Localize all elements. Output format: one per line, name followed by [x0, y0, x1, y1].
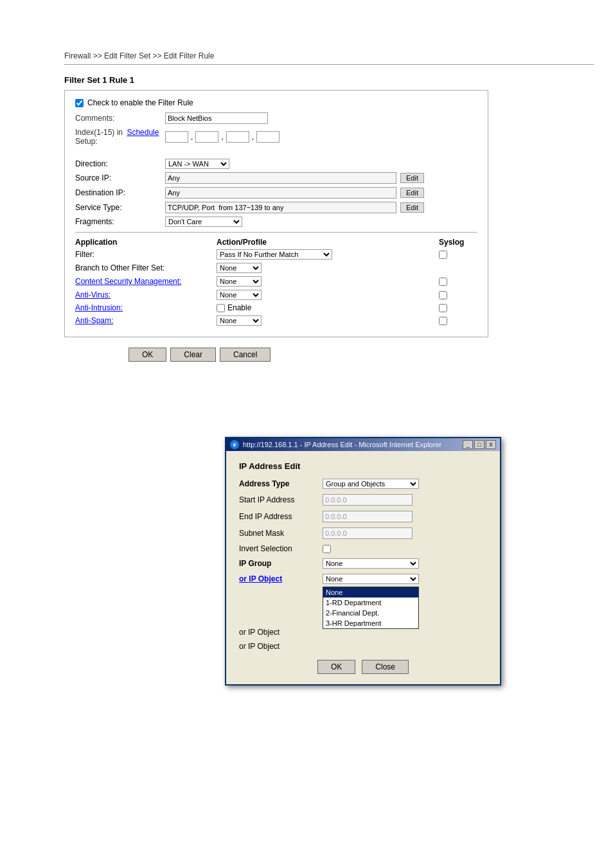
buttons-row: OK Clear Cancel [129, 348, 594, 362]
antispam-link[interactable]: Anti-Spam: [75, 316, 113, 325]
csm-link[interactable]: Content Security Management: [75, 277, 181, 286]
comments-row: Comments: [75, 112, 477, 124]
source-ip-row: Source IP: Edit [75, 172, 477, 184]
filter-action: Pass If No Further Match Block Immediate… [217, 249, 439, 260]
dest-ip-label: Destination IP: [75, 188, 165, 197]
anti-intrusion-checkbox[interactable] [217, 304, 225, 312]
anti-intrusion-row: Anti-Intrusion: Enable [75, 303, 477, 312]
antispam-action: None [217, 315, 439, 326]
schedule-input-3[interactable] [226, 131, 249, 143]
enable-row: Check to enable the Filter Rule [75, 98, 477, 107]
service-type-edit-button[interactable]: Edit [400, 202, 424, 213]
service-type-label: Service Type: [75, 203, 165, 212]
filter-label: Filter: [75, 250, 217, 259]
action-profile-header: Action/Profile [217, 238, 439, 247]
schedule-row: Index(1-15) in Schedule Setup: , , , [75, 128, 477, 146]
antispam-syslog-checkbox[interactable] [439, 317, 447, 325]
dest-ip-value: Edit [165, 187, 477, 199]
service-type-value: Edit [165, 202, 477, 213]
schedule-label: Index(1-15) in Schedule Setup: [75, 128, 165, 146]
fragments-value: Don't Care Unfragmented Too Short Fragme… [165, 217, 477, 227]
breadcrumb: Firewall >> Edit Filter Set >> Edit Filt… [64, 51, 594, 65]
syslog-header: Syslog [439, 238, 477, 247]
section-title: Filter Set 1 Rule 1 [64, 75, 594, 85]
schedule-inputs: , , , [165, 131, 477, 143]
antivirus-label: Anti-Virus: [75, 290, 217, 299]
dest-ip-row: Destination IP: Edit [75, 187, 477, 199]
clear-button[interactable]: Clear [170, 348, 216, 362]
csm-action: None [217, 276, 439, 287]
comments-value [165, 112, 477, 124]
antivirus-action: None [217, 290, 439, 300]
filter-syslog [439, 251, 477, 259]
schedule-input-4[interactable] [256, 131, 280, 143]
cancel-button[interactable]: Cancel [220, 348, 271, 362]
comments-label: Comments: [75, 114, 165, 123]
branch-action: None [217, 263, 439, 273]
comments-input[interactable] [165, 112, 268, 124]
app-header-row: Application Action/Profile Syslog [75, 238, 477, 247]
anti-intrusion-action: Enable [217, 303, 439, 312]
antivirus-link[interactable]: Anti-Virus: [75, 290, 111, 299]
schedule-input-2[interactable] [195, 131, 218, 143]
direction-select[interactable]: LAN -> WAN WAN -> LAN LAN -> LAN WAN -> … [165, 159, 229, 169]
schedule-input-1[interactable] [165, 131, 188, 143]
csm-row: Content Security Management: None [75, 276, 477, 287]
ok-button[interactable]: OK [129, 348, 166, 362]
antispam-select[interactable]: None [217, 315, 262, 326]
antivirus-row: Anti-Virus: None [75, 290, 477, 300]
filter-row: Filter: Pass If No Further Match Block I… [75, 249, 477, 260]
dest-ip-input[interactable] [165, 187, 396, 199]
schedule-value: , , , [165, 131, 477, 143]
source-ip-edit-button[interactable]: Edit [400, 173, 424, 183]
direction-label: Direction: [75, 159, 165, 168]
direction-value: LAN -> WAN WAN -> LAN LAN -> LAN WAN -> … [165, 159, 477, 169]
filter-syslog-checkbox[interactable] [439, 251, 447, 259]
csm-label: Content Security Management: [75, 277, 217, 286]
source-ip-label: Source IP: [75, 173, 165, 182]
enable-check: Enable [217, 303, 251, 312]
anti-intrusion-label: Anti-Intrusion: [75, 303, 217, 312]
antispam-syslog [439, 317, 477, 325]
source-ip-value: Edit [165, 172, 477, 184]
dest-ip-edit-button[interactable]: Edit [400, 188, 424, 198]
antivirus-syslog-checkbox[interactable] [439, 291, 447, 299]
branch-row: Branch to Other Filter Set: None [75, 263, 477, 273]
application-header: Application [75, 238, 217, 247]
direction-row: Direction: LAN -> WAN WAN -> LAN LAN -> … [75, 159, 477, 169]
fragments-select[interactable]: Don't Care Unfragmented Too Short Fragme… [165, 217, 242, 227]
antivirus-select[interactable]: None [217, 290, 262, 300]
service-type-row: Service Type: Edit [75, 202, 477, 213]
branch-select[interactable]: None [217, 263, 262, 273]
schedule-link[interactable]: Schedule [127, 128, 159, 137]
csm-select[interactable]: None [217, 276, 262, 287]
service-type-input[interactable] [165, 202, 396, 213]
fragments-label: Fragments: [75, 217, 165, 226]
divider [75, 232, 477, 233]
filter-select[interactable]: Pass If No Further Match Block Immediate… [217, 249, 332, 260]
antivirus-syslog [439, 291, 477, 299]
antispam-row: Anti-Spam: None [75, 315, 477, 326]
filter-box: Check to enable the Filter Rule Comments… [64, 90, 488, 337]
branch-label: Branch to Other Filter Set: [75, 263, 217, 272]
csm-syslog-checkbox[interactable] [439, 278, 447, 286]
anti-intrusion-syslog-checkbox[interactable] [439, 304, 447, 312]
source-ip-input[interactable] [165, 172, 396, 184]
fragments-row: Fragments: Don't Care Unfragmented Too S… [75, 217, 477, 227]
csm-syslog [439, 278, 477, 286]
antispam-label: Anti-Spam: [75, 316, 217, 325]
enable-checkbox[interactable] [75, 99, 84, 107]
anti-intrusion-syslog [439, 304, 477, 312]
anti-intrusion-link[interactable]: Anti-Intrusion: [75, 303, 123, 312]
